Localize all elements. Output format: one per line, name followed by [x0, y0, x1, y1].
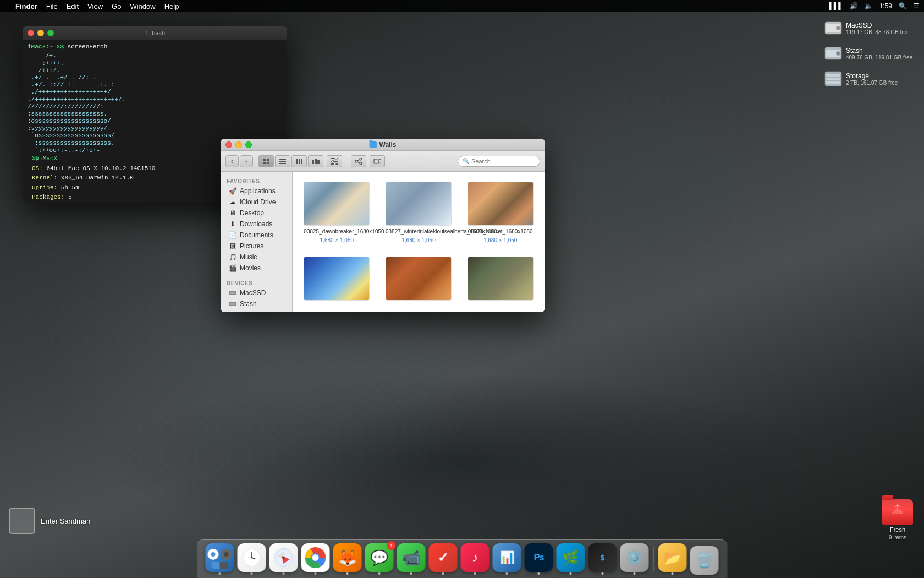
dock-item-facetime[interactable]: 📹	[397, 543, 426, 575]
finder-minimize-button[interactable]	[235, 141, 242, 148]
file-thumbnail	[386, 257, 452, 301]
storage-drive-icon	[824, 69, 843, 88]
finder-close-button[interactable]	[226, 141, 232, 148]
finder-tag-button[interactable]	[370, 155, 385, 167]
terminal-close-button[interactable]	[28, 30, 34, 36]
dock-item-files[interactable]: 📂	[658, 543, 687, 575]
terminal-minimize-button[interactable]	[37, 30, 44, 36]
dock-separator	[653, 547, 654, 571]
dock-item-photoshop[interactable]: Ps	[525, 543, 553, 575]
menubar-search-icon[interactable]: 🔍	[899, 2, 907, 10]
music-icon: 🎵	[229, 253, 237, 261]
stash-drive-icon	[824, 44, 843, 63]
dock-item-firefox[interactable]: 🦊	[333, 543, 362, 575]
finder-arrange-button[interactable]	[327, 155, 342, 167]
menubar-left: Finder File Edit View Go Window Help	[4, 2, 179, 10]
sidebar-item-icloud-drive[interactable]: ☁ iCloud Drive	[223, 197, 290, 208]
finder-forward-button[interactable]: ›	[240, 155, 253, 167]
file-item[interactable]: 03827_winterinlakeklouisealberta_1680x10…	[381, 178, 457, 247]
sidebar-item-documents[interactable]: 📄 Documents	[223, 230, 290, 241]
finder-dock-dot	[219, 572, 221, 575]
menubar-file[interactable]: File	[46, 2, 58, 10]
sidebar-item-downloads[interactable]: ⬇ Downloads	[223, 219, 290, 230]
file-name: 03825_dawnbreaker_1680x1050	[304, 228, 370, 235]
finder-dock-icon	[206, 543, 234, 572]
file-item[interactable]	[463, 253, 538, 308]
finder-icon-view-button[interactable]	[258, 155, 274, 167]
svg-rect-42	[826, 74, 840, 77]
dock-item-finder[interactable]	[206, 543, 234, 575]
itunes-dock-dot	[474, 572, 476, 575]
file-thumbnail	[386, 182, 452, 226]
desktop-drive-macssd[interactable]: MacSSD 119.17 GB, 88.78 GB free	[821, 17, 920, 40]
menubar: Finder File Edit View Go Window Help ▌▌▌…	[0, 0, 924, 12]
menubar-help[interactable]: Help	[164, 2, 179, 10]
file-grid: 03825_dawnbreaker_1680x1050 1,680 × 1,05…	[299, 178, 538, 308]
finder-title: Walls	[370, 141, 397, 149]
finder-column-view-button[interactable]	[292, 155, 307, 167]
finder-share-button[interactable]	[351, 155, 366, 167]
finder-search-input[interactable]	[471, 158, 535, 165]
documents-icon: 📄	[229, 231, 237, 239]
terminal-maximize-button[interactable]	[47, 30, 54, 36]
dock-item-itunes[interactable]: ♪	[461, 543, 490, 575]
dock-item-messages[interactable]: 💬 1	[365, 543, 394, 575]
desktop-bottom-left-item[interactable]: Enter Sandman	[9, 508, 90, 534]
menubar-menu-icon[interactable]: ☰	[914, 2, 920, 10]
macssd-drive-icon	[824, 19, 843, 37]
file-item[interactable]: 03825_dawnbreaker_1680x1050 1,680 × 1,05…	[299, 178, 375, 247]
desktop-drive-stash[interactable]: Stash 409.76 GB, 119.81 GB free	[821, 42, 920, 65]
finder-cover-flow-button[interactable]	[308, 155, 323, 167]
stash-info: Stash 409.76 GB, 119.81 GB free	[846, 47, 912, 61]
dock-item-todo[interactable]: ✓	[429, 543, 458, 575]
dock-item-sourcetree[interactable]: 🌿	[557, 543, 585, 575]
todo-dock-icon: ✓	[429, 543, 458, 572]
finder-back-button[interactable]: ‹	[226, 155, 239, 167]
file-thumbnail	[468, 182, 534, 226]
chrome-dock-dot	[315, 572, 317, 575]
menubar-go[interactable]: Go	[112, 2, 121, 10]
sidebar-item-music[interactable]: 🎵 Music	[223, 252, 290, 263]
svg-rect-12	[317, 160, 320, 164]
sidebar-item-pictures[interactable]: 🖼 Pictures	[223, 241, 290, 252]
downloads-icon: ⬇	[229, 220, 237, 228]
finder-search-box[interactable]: 🔍	[458, 156, 540, 167]
menubar-app-name[interactable]: Finder	[15, 2, 37, 10]
menubar-sound[interactable]: 🔈	[865, 2, 873, 10]
svg-point-36	[837, 27, 839, 29]
dock-item-terminal[interactable]: $	[588, 543, 617, 575]
menubar-view[interactable]: View	[87, 2, 103, 10]
file-item[interactable]	[299, 253, 375, 308]
desktop-drive-storage[interactable]: Storage 2 TB, 161.07 GB free	[821, 67, 920, 90]
svg-point-21	[355, 160, 358, 162]
sidebar-item-movies[interactable]: 🎬 Movies	[223, 263, 290, 274]
macssd-info: MacSSD 119.17 GB, 88.78 GB free	[846, 21, 910, 35]
desktop-folder-fresh[interactable]: Fresh 9 items	[882, 499, 913, 541]
sidebar-item-desktop[interactable]: 🖥 Desktop	[223, 208, 290, 219]
dock-item-safari[interactable]	[270, 543, 298, 575]
dock-item-clock[interactable]	[238, 543, 266, 575]
sidebar-item-macssd[interactable]: MacSSD	[223, 287, 290, 298]
menubar-volume[interactable]: 🔊	[850, 2, 858, 10]
macssd-icon	[229, 289, 237, 297]
terminal-window-controls	[28, 30, 54, 36]
dock-item-sysprefs[interactable]: ⚙️	[620, 543, 649, 575]
menubar-window[interactable]: Window	[130, 2, 155, 10]
dock-item-trash[interactable]: 🗑️	[690, 546, 719, 575]
file-item[interactable]: 03828_sunset_1680x1050 1,680 × 1,050	[463, 178, 538, 247]
svg-rect-9	[301, 159, 302, 164]
sidebar-item-applications[interactable]: 🚀 Applications	[223, 186, 290, 197]
finder-zoom-button[interactable]	[245, 141, 252, 148]
finder-list-view-button[interactable]	[275, 155, 290, 167]
file-item[interactable]	[381, 253, 457, 308]
sidebar-item-storage[interactable]: Storage	[223, 309, 290, 312]
dock: 🦊 💬 1 📹 ✓ ♪ 📊 Ps 🌿 $	[197, 539, 728, 578]
dock-item-chrome[interactable]	[301, 543, 330, 575]
svg-rect-1	[267, 159, 270, 161]
dock-item-instastats[interactable]: 📊	[493, 543, 521, 575]
applications-icon: 🚀	[229, 187, 237, 195]
sidebar-item-stash[interactable]: Stash	[223, 298, 290, 309]
svg-rect-28	[230, 292, 235, 294]
menubar-edit[interactable]: Edit	[67, 2, 79, 10]
svg-point-18	[334, 163, 336, 165]
